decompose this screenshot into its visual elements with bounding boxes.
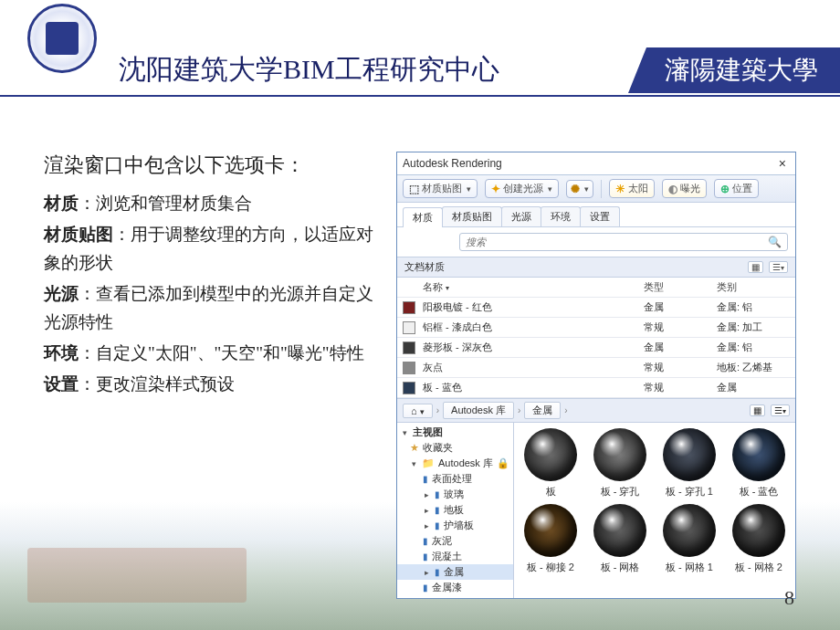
search-box[interactable]: 🔍 [459, 233, 788, 251]
tree-item[interactable]: ▸▮护墙板 [397, 518, 513, 533]
material-sphere-icon [524, 428, 577, 481]
section-header-label: 文档材质 [404, 260, 445, 274]
breadcrumb-lib[interactable]: Autodesk 库 [443, 402, 514, 419]
table-row[interactable]: 铝框 - 漆成白色常规金属: 加工 [397, 318, 795, 338]
table-row[interactable]: 菱形板 - 深灰色金属金属: 铝 [397, 338, 795, 358]
material-thumb[interactable]: 板 - 穿孔 [587, 428, 653, 499]
tree-item[interactable]: ▮混凝土 [397, 549, 513, 564]
sort-icon: ▾ [446, 284, 449, 292]
category-icon: ▮ [423, 583, 428, 593]
chevron-down-icon: ▾ [584, 184, 589, 194]
swatch-icon [403, 321, 415, 334]
material-thumb[interactable]: 板 [518, 428, 583, 499]
material-thumb[interactable]: 板 - 网格 1 [656, 504, 722, 574]
close-icon[interactable]: × [775, 156, 790, 171]
sun-icon: ☀ [615, 183, 625, 195]
exposure-button[interactable]: ◐曝光 [662, 179, 707, 198]
sun-button[interactable]: ☀太阳 [609, 179, 655, 198]
category-icon: ▮ [423, 551, 428, 562]
material-sphere-icon [663, 504, 716, 557]
tree-item-selected[interactable]: ▸▮金属 [397, 564, 513, 580]
doc-material-header: 文档材质 ▦ ☰▾ [397, 257, 795, 278]
tab-settings[interactable]: 设置 [580, 206, 620, 226]
tab-material-map[interactable]: 材质贴图 [442, 206, 502, 226]
tree-item[interactable]: ▮表面处理 [397, 471, 513, 487]
material-sphere-icon [524, 504, 577, 557]
tree-autodesk[interactable]: ▾📁Autodesk 库 🔒 [397, 456, 513, 471]
desc-item: 环境：自定义"太阳"、"天空"和"曝光"特性 [44, 340, 382, 367]
material-sphere-icon [663, 428, 716, 481]
material-thumb-label: 板 - 穿孔 [587, 485, 653, 499]
desc-item: 光源：查看已添加到模型中的光源并自定义光源特性 [44, 280, 382, 336]
material-thumb[interactable]: 板 - 网格 [587, 504, 653, 574]
light-glyph-button[interactable]: ✺▾ [566, 180, 593, 198]
desc-item: 设置：更改渲染样式预设 [44, 371, 382, 398]
view-grid-icon[interactable]: ▦ [748, 261, 763, 273]
search-icon: 🔍 [768, 236, 782, 248]
search-input[interactable] [466, 236, 768, 247]
bulb-icon: ✺ [571, 183, 580, 195]
breadcrumb-cat[interactable]: 金属 [524, 402, 561, 419]
library-breadcrumb: ⌂ ▾ › Autodesk 库 › 金属 › ▦ ☰▾ [397, 398, 795, 423]
material-thumb-label: 板 - 蓝色 [726, 485, 792, 499]
category-icon: ▮ [435, 505, 440, 515]
swatch-icon [403, 301, 415, 314]
view-grid-icon[interactable]: ▦ [750, 404, 765, 416]
table-row[interactable]: 板 - 蓝色常规金属 [397, 378, 795, 398]
material-thumb-label: 板 - 网格 [587, 561, 653, 574]
lock-icon: 🔒 [497, 457, 509, 469]
star-icon: ★ [410, 442, 419, 454]
search-row: 🔍 [397, 227, 795, 257]
university-brand: 瀋陽建築大學 [628, 47, 840, 93]
material-thumb-label: 板 [518, 485, 583, 499]
tree-fav[interactable]: ★收藏夹 [397, 440, 513, 456]
swatch-icon [403, 362, 415, 374]
tree-item[interactable]: ▸▮玻璃 [397, 487, 513, 502]
col-name[interactable]: 名称▾ [423, 280, 644, 294]
tree-root[interactable]: ▾主视图 [397, 425, 513, 440]
exposure-icon: ◐ [668, 183, 677, 195]
table-header-row: 名称▾ 类型 类别 [397, 278, 795, 298]
category-icon: ▮ [435, 489, 440, 499]
tab-light[interactable]: 光源 [501, 206, 541, 226]
category-icon: ▮ [423, 536, 428, 546]
chevron-down-icon: ▾ [548, 184, 552, 194]
tab-env[interactable]: 环境 [541, 206, 581, 226]
material-map-button[interactable]: ⬚材质贴图▾ [403, 179, 478, 198]
desc-item: 材质贴图：用于调整纹理的方向，以适应对象的形状 [44, 221, 382, 277]
tree-item[interactable]: ▮金属漆 [397, 580, 513, 595]
description-column: 渲染窗口中包含以下选项卡： 材质：浏览和管理材质集合 材质贴图：用于调整纹理的方… [44, 152, 391, 599]
tab-material[interactable]: 材质 [403, 207, 443, 227]
breadcrumb-home[interactable]: ⌂ ▾ [403, 404, 433, 418]
tree-item[interactable]: ▮镜子 [397, 595, 513, 598]
table-row[interactable]: 阳极电镀 - 红色金属金属: 铝 [397, 298, 795, 318]
cube-icon: ⬚ [409, 183, 419, 195]
position-button[interactable]: ⊕位置 [714, 179, 759, 198]
window-titlebar: Autodesk Rendering × [397, 152, 795, 175]
category-icon: ▮ [423, 474, 428, 484]
col-type[interactable]: 类型 [644, 280, 717, 294]
tree-item[interactable]: ▸▮地板 [397, 502, 513, 518]
create-light-button[interactable]: ✦创建光源▾ [485, 179, 559, 198]
slide-title: 沈阳建筑大学BIM工程研究中心 [119, 51, 499, 89]
thumbnail-grid: 板板 - 穿孔板 - 穿孔 1板 - 蓝色板 - 柳接 2板 - 网格板 - 网… [514, 423, 795, 598]
home-icon: ⌂ [411, 405, 417, 416]
view-list-icon[interactable]: ☰▾ [771, 404, 790, 416]
view-list-icon[interactable]: ☰▾ [769, 261, 788, 273]
tree-item[interactable]: ▮灰泥 [397, 533, 513, 549]
material-thumb-label: 板 - 网格 1 [656, 561, 722, 574]
material-thumb[interactable]: 板 - 柳接 2 [518, 504, 583, 574]
desc-item: 材质：浏览和管理材质集合 [44, 190, 382, 217]
table-row[interactable]: 灰点常规地板: 乙烯基 [397, 358, 795, 378]
material-thumb[interactable]: 板 - 网格 2 [726, 504, 792, 574]
page-number: 8 [784, 586, 794, 610]
rendering-window: Autodesk Rendering × ⬚材质贴图▾ ✦创建光源▾ ✺▾ ☀太… [396, 152, 796, 599]
swatch-icon [403, 382, 415, 394]
library-tree: ▾主视图 ★收藏夹 ▾📁Autodesk 库 🔒 ▮表面处理 ▸▮玻璃 ▸▮地板… [397, 423, 514, 598]
material-thumb[interactable]: 板 - 蓝色 [726, 428, 792, 499]
material-thumb-label: 板 - 穿孔 1 [656, 485, 722, 499]
material-thumb[interactable]: 板 - 穿孔 1 [656, 428, 722, 499]
main-toolbar: ⬚材质贴图▾ ✦创建光源▾ ✺▾ ☀太阳 ◐曝光 ⊕位置 [397, 175, 795, 203]
tabs: 材质 材质贴图 光源 环境 设置 [397, 203, 795, 227]
col-category[interactable]: 类别 [717, 280, 790, 294]
